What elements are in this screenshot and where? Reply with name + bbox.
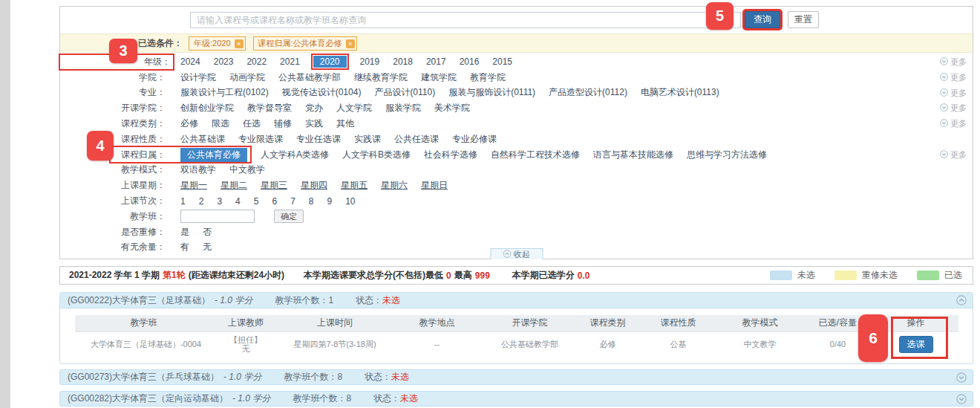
filter-option[interactable]: 人文学科B类选修 (342, 149, 411, 161)
filter-row: 学院：设计学院动画学院公共基础教学部继续教育学院建筑学院教育学院更多 (60, 70, 973, 85)
remove-tag-icon[interactable]: × (346, 39, 355, 48)
filter-option[interactable]: 2022 (246, 56, 267, 67)
filter-row: 开课学院：创新创业学院教学督导室党办人文学院服装学院美术学院更多 (60, 100, 973, 116)
filter-option[interactable]: 2018 (393, 56, 413, 67)
query-button[interactable]: 查询 (745, 11, 780, 28)
filter-option[interactable]: 限选 (212, 117, 229, 130)
collapse-toggle[interactable]: 收起 (490, 248, 543, 259)
filter-option[interactable]: 2024 (180, 56, 200, 67)
filter-option[interactable]: 设计学院 (180, 71, 216, 84)
filter-option[interactable]: 教学督导室 (247, 102, 292, 114)
filter-option[interactable]: 2020 (313, 56, 347, 68)
filter-option[interactable]: 公共任选课 (394, 133, 439, 146)
filter-option[interactable]: 动画学院 (229, 71, 265, 84)
filter-option[interactable]: 中文教学 (229, 163, 265, 176)
section-expand-icon[interactable] (956, 372, 967, 385)
filter-option[interactable]: 电脑艺术设计(0113) (641, 86, 719, 99)
filter-option[interactable]: 任选 (243, 117, 261, 130)
filter-option[interactable]: 建筑学院 (421, 71, 457, 84)
filter-option[interactable]: 实践课 (354, 133, 381, 146)
filter-option[interactable]: 2017 (426, 56, 446, 67)
filter-option[interactable]: 必修 (180, 117, 198, 130)
legend-swatch (834, 271, 857, 280)
course-section-header[interactable]: (GG00273)大学体育三（乒乓球基础）- 1.0 学分教学班个数：8状态：未… (59, 369, 973, 385)
filter-option[interactable]: 2016 (460, 56, 480, 67)
filter-option[interactable]: 双语教学 (180, 163, 216, 176)
filter-option[interactable]: 公共体育必修 (180, 148, 247, 162)
more-link[interactable]: 更多 (940, 88, 967, 99)
filter-option[interactable]: 星期四 (301, 179, 327, 192)
filter-option[interactable]: 无 (203, 241, 212, 253)
filter-option[interactable]: 服装学院 (385, 102, 421, 114)
table-header-cell: 课程性质 (639, 315, 717, 331)
step-4-badge: 4 (87, 131, 114, 161)
filter-option[interactable]: 6 (272, 196, 277, 207)
filter-option[interactable]: 继续教育学院 (354, 71, 408, 84)
filter-option[interactable]: 美术学院 (434, 102, 470, 114)
filter-option[interactable]: 2015 (492, 56, 512, 67)
filter-option[interactable]: 有 (180, 241, 189, 253)
filter-option[interactable]: 实践 (305, 117, 323, 130)
filter-option[interactable]: 7 (290, 196, 295, 207)
filter-option[interactable]: 产品设计(0110) (374, 86, 435, 99)
filter-option[interactable]: 2 (199, 196, 204, 207)
more-link[interactable]: 更多 (940, 149, 967, 161)
filter-option[interactable]: 星期三 (261, 179, 287, 192)
filter-option[interactable]: 党办 (305, 102, 323, 114)
remove-tag-icon[interactable]: × (235, 39, 244, 48)
select-course-button[interactable]: 选课 (899, 336, 933, 353)
filter-option[interactable]: 否 (203, 226, 212, 239)
filter-option[interactable]: 服装设计与工程(0102) (180, 86, 269, 99)
more-link[interactable]: 更多 (940, 103, 967, 114)
filter-option[interactable]: 9 (327, 196, 333, 207)
filter-option[interactable]: 语言与基本技能选修 (593, 149, 673, 161)
more-label: 更多 (950, 72, 967, 83)
filter-option[interactable]: 服装与服饰设计(0111) (448, 86, 535, 99)
filter-option[interactable]: 4 (235, 196, 241, 207)
more-link[interactable]: 更多 (940, 72, 967, 83)
filter-option[interactable]: 公共基础教学部 (278, 71, 341, 84)
confirm-button[interactable]: 确定 (274, 210, 304, 223)
filter-option[interactable]: 星期一 (180, 179, 207, 192)
course-section-header[interactable]: (GG00222)大学体育三（足球基础）- 1.0 学分教学班个数：1状态：未选 (60, 293, 973, 308)
filter-option[interactable]: 2019 (360, 56, 380, 67)
class-name-link[interactable]: 大学体育三（足球基础）-0004 (75, 331, 212, 357)
filter-option[interactable]: 星期二 (220, 179, 247, 192)
more-link[interactable]: 更多 (940, 118, 967, 129)
filter-option[interactable]: 思维与学习方法选修 (687, 149, 767, 161)
filter-option[interactable]: 产品造型设计(0112) (549, 86, 627, 99)
filter-option[interactable]: 专业任选课 (296, 133, 341, 146)
filter-option[interactable]: 其他 (336, 117, 354, 130)
filter-option[interactable]: 2023 (214, 56, 234, 67)
filter-option[interactable]: 星期日 (421, 179, 448, 192)
filter-option[interactable]: 教育学院 (470, 71, 506, 84)
filter-option[interactable]: 专业限选课 (238, 133, 283, 146)
filter-option[interactable]: 视觉传达设计(0104) (282, 86, 362, 99)
filter-option[interactable]: 3 (217, 196, 222, 207)
filter-option[interactable]: 人文学科A类选修 (261, 149, 329, 161)
filter-tag-label: 年级:2020 (194, 38, 231, 49)
more-link[interactable]: 更多 (940, 56, 967, 68)
filter-option[interactable]: 人文学院 (336, 102, 372, 114)
filter-option[interactable]: 5 (254, 196, 259, 207)
teaching-class-input[interactable] (180, 210, 255, 223)
course-section-header[interactable]: (GG00282)大学体育三（定向运动基础）- 1.0 学分教学班个数：8状态：… (59, 391, 973, 407)
filter-option[interactable]: 是 (180, 226, 189, 239)
filter-option[interactable]: 10 (345, 196, 355, 207)
section-collapse-icon[interactable] (956, 295, 967, 308)
filter-option[interactable]: 公共基础课 (180, 133, 225, 146)
section-expand-icon[interactable] (956, 394, 967, 407)
filter-option[interactable]: 2021 (280, 56, 300, 67)
filter-option[interactable]: 创新创业学院 (180, 102, 234, 114)
filter-option[interactable]: 星期六 (381, 179, 408, 192)
filter-option[interactable]: 辅修 (274, 117, 292, 130)
table-header-cell: 课程类别 (576, 315, 639, 331)
reset-button[interactable]: 重置 (788, 11, 819, 28)
filter-option[interactable]: 星期五 (341, 179, 368, 192)
filter-option[interactable]: 自然科学工程技术选修 (491, 149, 580, 161)
filter-option[interactable]: 8 (309, 196, 314, 207)
filter-option[interactable]: 社会科学选修 (424, 149, 477, 161)
search-input[interactable] (190, 12, 741, 28)
filter-option[interactable]: 专业必修课 (452, 133, 497, 146)
filter-option[interactable]: 1 (180, 196, 186, 207)
